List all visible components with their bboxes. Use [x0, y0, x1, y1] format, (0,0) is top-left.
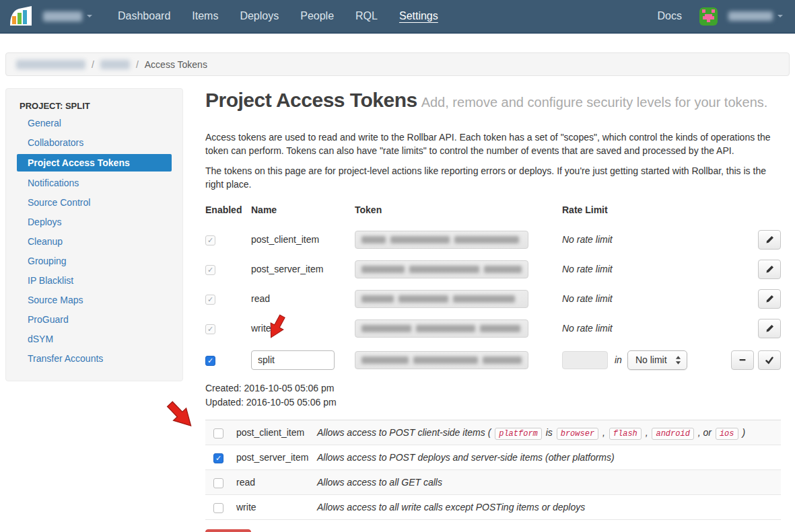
- sidebar-item-source-control[interactable]: Source Control: [6, 194, 182, 211]
- blurred-project-crumb[interactable]: [100, 60, 130, 69]
- rate-limit-count-input[interactable]: [562, 351, 608, 369]
- scope-read-checkbox[interactable]: [213, 478, 223, 488]
- sidebar-item-grouping[interactable]: Grouping: [6, 253, 182, 269]
- tokens-table: Enabled Name Token Rate Limit post_clien…: [205, 204, 781, 377]
- scope-description: Allows access to POST client-side items …: [317, 427, 781, 439]
- breadcrumb-current: Access Tokens: [145, 59, 207, 70]
- pencil-icon: [765, 295, 774, 303]
- blurred-token-text: [361, 295, 394, 303]
- sidebar-item-notifications[interactable]: Notifications: [6, 175, 182, 191]
- edit-token-button[interactable]: [758, 289, 781, 309]
- nav-link-dashboard[interactable]: Dashboard: [107, 10, 181, 22]
- token-enabled-checkbox[interactable]: [205, 235, 215, 245]
- nav-link-items[interactable]: Items: [181, 10, 229, 22]
- sidebar-item-source-maps[interactable]: Source Maps: [6, 292, 182, 308]
- col-header-name: Name: [251, 204, 355, 215]
- page-subtitle: Add, remove and configure security level…: [421, 95, 768, 110]
- token-rate-limit: No rate limit: [552, 234, 724, 245]
- scope-name: read: [236, 477, 317, 488]
- edit-token-button[interactable]: [758, 319, 781, 338]
- blurred-token-text: [361, 266, 405, 273]
- blurred-token-text: [399, 295, 448, 303]
- token-enabled-checkbox[interactable]: [205, 295, 215, 305]
- scope-post_server_item-checkbox[interactable]: [213, 453, 223, 463]
- content-area: PROJECT: SPLIT GeneralCollaboratorsProje…: [0, 76, 795, 532]
- nav-link-settings[interactable]: Settings: [388, 10, 449, 22]
- scope-description-text: Allows access to all write calls except …: [317, 502, 585, 512]
- blurred-token-text: [361, 236, 386, 243]
- scope-row: read Allows access to all GET calls: [205, 470, 781, 495]
- scope-description-text: Allows access to POST client-side items …: [317, 427, 493, 438]
- save-new-token-button[interactable]: [758, 350, 781, 370]
- blurred-token-text: [413, 356, 478, 364]
- blurred-account-crumb[interactable]: [16, 60, 85, 69]
- user-menu[interactable]: [699, 7, 783, 26]
- chevron-down-icon: [777, 15, 783, 17]
- sidebar-item-deploys[interactable]: Deploys: [6, 214, 182, 230]
- scope-name: post_server_item: [236, 452, 317, 463]
- sidebar-item-dsym[interactable]: dSYM: [6, 331, 182, 347]
- token-value-field: [355, 290, 528, 308]
- token-rate-limit: No rate limit: [552, 323, 724, 334]
- token-created: Created: 2016-10-05 05:06 pm: [205, 382, 781, 395]
- token-enabled-checkbox[interactable]: [205, 265, 215, 275]
- navbar-right: Docs: [658, 7, 783, 26]
- code-token: ios: [716, 428, 738, 440]
- blurred-token-text: [453, 295, 515, 303]
- cancel-new-token-button[interactable]: [731, 350, 754, 370]
- scope-row: post_server_item Allows access to POST d…: [205, 445, 781, 470]
- blurred-token-text: [361, 325, 411, 332]
- sidebar-items: GeneralCollaboratorsProject Access Token…: [6, 115, 182, 367]
- sidebar-item-ip-blacklist[interactable]: IP Blacklist: [6, 272, 182, 289]
- page-title-text: Project Access Tokens: [205, 89, 417, 111]
- edit-token-button[interactable]: [758, 230, 781, 250]
- pencil-icon: [765, 265, 774, 274]
- sidebar-item-cleanup[interactable]: Cleanup: [6, 233, 182, 250]
- scope-post_client_item-checkbox[interactable]: [213, 428, 223, 439]
- col-header-token: Token: [355, 204, 552, 215]
- token-enabled-checkbox[interactable]: [205, 324, 215, 334]
- scope-description-text: ,: [643, 427, 651, 438]
- token-row: read No rate limit: [205, 284, 781, 313]
- new-token-enabled-checkbox[interactable]: [205, 356, 215, 366]
- scope-description-text: Allows access to all GET calls: [317, 477, 442, 488]
- new-token-row: in No limit: [205, 343, 781, 377]
- token-value-field: [355, 231, 528, 249]
- blurred-token-text: [480, 325, 520, 332]
- scope-name: write: [236, 502, 317, 512]
- scope-description-text: Allows access to POST deploys and server…: [317, 452, 615, 463]
- col-header-rate-limit: Rate Limit: [552, 204, 724, 215]
- token-rate-limit: No rate limit: [552, 264, 724, 274]
- sidebar-item-project-access-tokens[interactable]: Project Access Tokens: [17, 154, 172, 172]
- blurred-token-text: [416, 325, 475, 332]
- sidebar-item-general[interactable]: General: [6, 115, 182, 131]
- nav-link-rql[interactable]: RQL: [345, 10, 388, 22]
- sidebar-item-transfer-accounts[interactable]: Transfer Accounts: [6, 350, 182, 367]
- check-icon: [765, 356, 774, 365]
- scope-row: write Allows access to all write calls e…: [205, 495, 781, 520]
- sidebar-item-proguard[interactable]: ProGuard: [6, 311, 182, 328]
- nav-links: DashboardItemsDeploysPeopleRQLSettings: [107, 10, 449, 22]
- token-rate-limit: No rate limit: [552, 293, 724, 304]
- rollbar-logo-icon[interactable]: [9, 6, 32, 26]
- new-token-name-input[interactable]: [251, 350, 335, 370]
- token-meta: Created: 2016-10-05 05:06 pm Updated: 20…: [205, 382, 781, 409]
- token-updated: Updated: 2016-10-05 05:06 pm: [205, 396, 781, 409]
- scope-row: post_client_item Allows access to POST c…: [205, 420, 781, 445]
- scope-description-text: is: [543, 427, 555, 438]
- scope-description: Allows access to POST deploys and server…: [317, 452, 781, 463]
- rate-limit-window-select[interactable]: No limit: [627, 350, 687, 370]
- main-panel: Project Access TokensAdd, remove and con…: [205, 87, 781, 532]
- docs-link[interactable]: Docs: [658, 10, 682, 22]
- nav-link-people[interactable]: People: [289, 10, 345, 22]
- delete-token-button[interactable]: Delete: [205, 529, 251, 532]
- nav-link-deploys[interactable]: Deploys: [229, 10, 289, 22]
- project-selector-dropdown[interactable]: [43, 11, 92, 22]
- sidebar-item-collaborators[interactable]: Collaborators: [6, 135, 182, 151]
- col-header-enabled: Enabled: [205, 204, 251, 215]
- edit-token-button[interactable]: [758, 260, 781, 279]
- scope-write-checkbox[interactable]: [213, 503, 223, 513]
- scope-description-text: , or: [695, 427, 714, 438]
- code-token: browser: [557, 428, 598, 440]
- blurred-token-text: [454, 236, 519, 243]
